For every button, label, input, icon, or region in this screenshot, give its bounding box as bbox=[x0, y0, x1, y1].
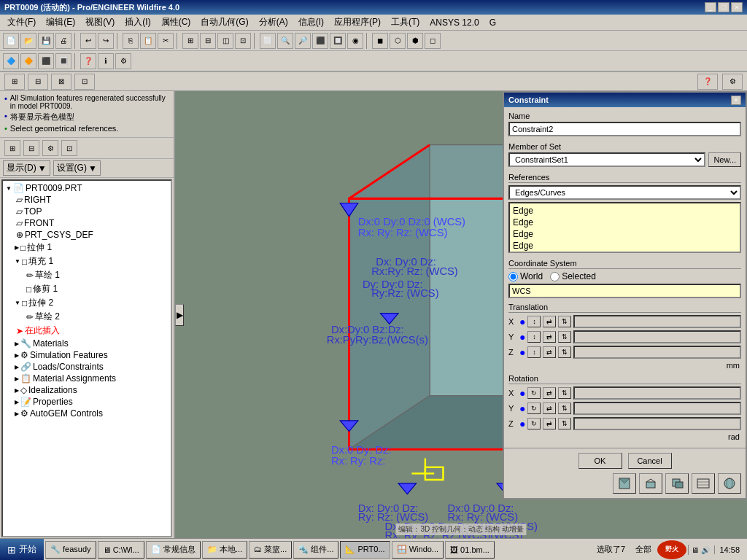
help-icon[interactable]: ❓ bbox=[697, 74, 718, 90]
rot-y-field[interactable] bbox=[573, 402, 741, 415]
menu-apps[interactable]: 应用程序(P) bbox=[330, 15, 385, 29]
model-tree[interactable]: ▼ 📄 PRT0009.PRT ▱ RIGHT ▱ TOP ▱ FRONT bbox=[1, 179, 172, 537]
trans-x-icon1[interactable]: ↕ bbox=[527, 316, 541, 327]
trans-z-icon2[interactable]: ⇄ bbox=[543, 346, 556, 358]
task-local[interactable]: 📁 本地... bbox=[202, 541, 247, 559]
left-tb-1[interactable]: ⊞ bbox=[4, 140, 20, 156]
coord-selected-radio[interactable]: Selected bbox=[550, 271, 596, 281]
rot-y-icon2[interactable]: ⇄ bbox=[543, 402, 556, 414]
render-btn3[interactable]: ⬢ bbox=[407, 33, 423, 49]
rot-z-icon3[interactable]: ⇅ bbox=[558, 418, 571, 429]
task-assembly[interactable]: 🔩 组件... bbox=[293, 541, 338, 559]
view-btn5[interactable]: 🔲 bbox=[330, 33, 346, 49]
trans-x-field[interactable] bbox=[573, 315, 741, 328]
trans-x-icon2[interactable]: ⇄ bbox=[543, 316, 556, 327]
dialog-close-button[interactable]: × bbox=[731, 96, 741, 105]
copy-btn[interactable]: ⎘ bbox=[123, 33, 139, 49]
trans-z-field[interactable] bbox=[573, 346, 741, 359]
trans-z-icon3[interactable]: ⇅ bbox=[558, 346, 571, 358]
start-button[interactable]: ⊞ 开始 bbox=[0, 539, 44, 560]
selected-radio-input[interactable] bbox=[550, 272, 560, 281]
print-btn[interactable]: 🖨 bbox=[55, 33, 71, 49]
tree-sim-features[interactable]: ▶ ⚙ Simulation Features bbox=[4, 349, 169, 361]
menu-ansys[interactable]: ANSYS 12.0 bbox=[425, 17, 483, 28]
rot-y-icon1[interactable]: ↻ bbox=[527, 402, 541, 414]
menu-analysis[interactable]: 分析(A) bbox=[255, 15, 293, 29]
btn6[interactable]: ◫ bbox=[217, 33, 233, 49]
left-expand-btn[interactable]: ▶ bbox=[175, 304, 184, 326]
task-feasudy[interactable]: 🔧 feasudy bbox=[45, 541, 96, 559]
footer-icon-4[interactable] bbox=[692, 473, 715, 494]
render-btn1[interactable]: ◼ bbox=[372, 33, 388, 49]
menu-auto-geo[interactable]: 自动几何(G) bbox=[196, 15, 252, 29]
rot-x-field[interactable] bbox=[573, 386, 741, 400]
tree-autogem[interactable]: ▶ ⚙ AutoGEM Controls bbox=[4, 408, 169, 419]
save-btn[interactable]: 💾 bbox=[38, 33, 54, 49]
menu-file[interactable]: 文件(F) bbox=[3, 15, 40, 29]
tree-loads[interactable]: ▶ 🔗 Loads/Constraints bbox=[4, 361, 169, 373]
coord-world-radio[interactable]: World bbox=[508, 271, 543, 281]
task-prt[interactable]: 📐 PRT0... bbox=[340, 541, 390, 559]
new-button[interactable]: New... bbox=[708, 152, 741, 167]
sim-btn2[interactable]: 🔶 bbox=[20, 53, 36, 69]
tree-extrude2[interactable]: ▼ □ 拉伸 2 bbox=[4, 296, 169, 310]
tree-icon1[interactable]: ⊞ bbox=[4, 74, 25, 90]
tree-icon4[interactable]: ⊡ bbox=[74, 74, 95, 90]
trans-y-icon3[interactable]: ⇅ bbox=[558, 331, 571, 343]
sim-btn3[interactable]: ⬛ bbox=[38, 53, 54, 69]
viewport[interactable]: ▶ Dx:0 Dy:0 Dz:0 (WCS) Rx: Ry: Rz: (WCS) bbox=[175, 91, 747, 539]
tree-right[interactable]: ▱ RIGHT bbox=[4, 194, 169, 206]
rot-z-field[interactable] bbox=[573, 417, 741, 430]
references-type-select[interactable]: Edges/Curves bbox=[508, 185, 741, 200]
tree-insert-here[interactable]: ➤ 在此插入 bbox=[4, 324, 169, 338]
rot-x-icon2[interactable]: ⇄ bbox=[543, 387, 556, 399]
btn7[interactable]: ⊡ bbox=[235, 33, 251, 49]
undo-btn[interactable]: ↩ bbox=[80, 33, 96, 49]
rot-z-icon2[interactable]: ⇄ bbox=[543, 418, 556, 429]
menu-edit[interactable]: 编辑(E) bbox=[42, 15, 80, 29]
view-btn1[interactable]: ⬜ bbox=[260, 33, 276, 49]
tree-materials[interactable]: ▶ 🔧 Materials bbox=[4, 338, 169, 349]
btn5[interactable]: ⊟ bbox=[200, 33, 216, 49]
name-input[interactable] bbox=[508, 122, 741, 136]
cancel-button[interactable]: Cancel bbox=[628, 453, 672, 469]
tree-fill1[interactable]: ▼ □ 填充 1 bbox=[4, 254, 169, 268]
rot-y-icon3[interactable]: ⇅ bbox=[558, 402, 571, 414]
grid-btn[interactable]: ⊞ bbox=[182, 33, 198, 49]
rot-x-icon3[interactable]: ⇅ bbox=[558, 387, 571, 399]
minimize-button[interactable]: _ bbox=[705, 2, 716, 12]
tree-extrude1[interactable]: ▶ □ 拉伸 1 bbox=[4, 241, 169, 254]
footer-icon-3[interactable] bbox=[665, 473, 689, 494]
menu-props[interactable]: 属性(C) bbox=[157, 15, 196, 29]
extra-btn1[interactable]: ⚙ bbox=[115, 53, 131, 69]
menu-info[interactable]: 信息(I) bbox=[294, 15, 328, 29]
paste-btn[interactable]: 📋 bbox=[140, 33, 156, 49]
sim-btn4[interactable]: 🔳 bbox=[55, 53, 71, 69]
display-dropdown[interactable]: 显示(D) ▼ bbox=[3, 160, 50, 176]
trans-z-icon1[interactable]: ↕ bbox=[527, 346, 541, 358]
settings-icon[interactable]: ⚙ bbox=[722, 74, 743, 90]
tree-icon2[interactable]: ⊟ bbox=[28, 74, 48, 90]
trans-y-icon2[interactable]: ⇄ bbox=[543, 331, 556, 343]
tree-material-assign[interactable]: ▶ 📋 Material Assignments bbox=[4, 373, 169, 384]
render-btn4[interactable]: ◻ bbox=[425, 33, 441, 49]
task-windo[interactable]: 🪟 Windo... bbox=[392, 541, 444, 559]
left-tb-2[interactable]: ⊟ bbox=[23, 140, 39, 156]
info-btn[interactable]: ℹ bbox=[98, 53, 114, 69]
left-tb-3[interactable]: ⚙ bbox=[42, 140, 58, 156]
menu-tools[interactable]: 工具(T) bbox=[387, 15, 424, 29]
tree-properties[interactable]: ▶ 📝 Properties bbox=[4, 396, 169, 408]
close-button[interactable]: × bbox=[731, 2, 743, 12]
task-basket[interactable]: 🗂 菜篮... bbox=[249, 541, 292, 559]
menu-view[interactable]: 视图(V) bbox=[81, 15, 119, 29]
tree-root[interactable]: ▼ 📄 PRT0009.PRT bbox=[4, 182, 169, 194]
ok-button[interactable]: OK bbox=[578, 453, 622, 469]
tree-sketch1[interactable]: ✏ 草绘 1 bbox=[4, 268, 169, 282]
reference-list[interactable]: Edge Edge Edge Edge bbox=[508, 202, 741, 253]
tree-sketch2[interactable]: ✏ 草绘 2 bbox=[4, 310, 169, 324]
trans-x-icon3[interactable]: ⇅ bbox=[558, 316, 571, 327]
render-btn2[interactable]: ⬡ bbox=[390, 33, 406, 49]
coord-wcs-input[interactable] bbox=[508, 284, 741, 298]
trans-y-field[interactable] bbox=[573, 330, 741, 343]
trans-y-icon1[interactable]: ↕ bbox=[527, 331, 541, 343]
